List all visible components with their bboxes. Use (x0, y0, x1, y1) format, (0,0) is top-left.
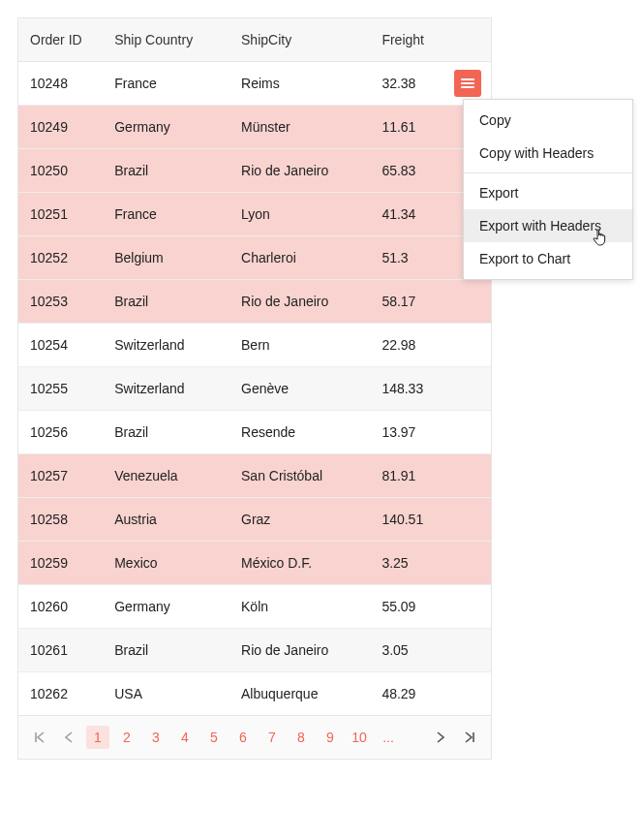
cell-orderId[interactable]: 10253 (18, 280, 103, 324)
cell-city[interactable]: Genève (229, 367, 370, 411)
pager-next-button[interactable] (429, 726, 452, 749)
cell-city[interactable]: Reims (229, 62, 370, 106)
cell-city[interactable]: Charleroi (229, 236, 370, 280)
cell-orderId[interactable]: 10258 (18, 498, 103, 542)
cell-city[interactable]: Albuquerque (229, 672, 370, 716)
menu-item[interactable]: Export (464, 176, 632, 209)
cell-orderId[interactable]: 10259 (18, 542, 103, 585)
menu-item[interactable]: Export with Headers (464, 209, 632, 242)
cell-freight[interactable]: 55.09 (370, 585, 491, 629)
table-row[interactable]: 10255SwitzerlandGenève148.33 (18, 367, 491, 411)
table-row[interactable]: 10248FranceReims32.38 (18, 62, 491, 106)
data-grid: Order ID Ship Country ShipCity Freight 1… (17, 17, 492, 760)
cell-freight[interactable]: 3.05 (370, 629, 491, 672)
cell-freight[interactable]: 58.17 (370, 280, 491, 324)
cell-country[interactable]: Brazil (103, 411, 229, 454)
cell-city[interactable]: Köln (229, 585, 370, 629)
pager-page[interactable]: 10 (348, 726, 371, 749)
cell-freight[interactable]: 140.51 (370, 498, 491, 542)
cell-city[interactable]: Resende (229, 411, 370, 454)
pager-ellipsis[interactable]: ... (377, 730, 400, 745)
cell-orderId[interactable]: 10260 (18, 585, 103, 629)
pager-page[interactable]: 5 (202, 726, 226, 749)
table-row[interactable]: 10262USAAlbuquerque48.29 (18, 672, 491, 716)
table-row[interactable]: 10250BrazilRio de Janeiro65.83 (18, 149, 491, 193)
first-page-icon (34, 731, 46, 743)
cell-country[interactable]: Austria (103, 498, 229, 542)
column-header-ship-country[interactable]: Ship Country (103, 18, 229, 62)
cell-country[interactable]: Belgium (103, 236, 229, 280)
table-row[interactable]: 10260GermanyKöln55.09 (18, 585, 491, 629)
pager-last-button[interactable] (458, 726, 481, 749)
pager-first-button[interactable] (28, 726, 51, 749)
pager-page[interactable]: 2 (115, 726, 138, 749)
table-row[interactable]: 10254SwitzerlandBern22.98 (18, 324, 491, 367)
pager-prev-button[interactable] (57, 726, 80, 749)
cell-country[interactable]: Brazil (103, 280, 229, 324)
cell-orderId[interactable]: 10262 (18, 672, 103, 716)
pager-page[interactable]: 8 (290, 726, 313, 749)
cell-freight[interactable]: 48.29 (370, 672, 491, 716)
cell-city[interactable]: México D.F. (229, 542, 370, 585)
pager-page[interactable]: 1 (86, 726, 109, 749)
hamburger-icon (461, 78, 474, 89)
pager-page[interactable]: 4 (173, 726, 197, 749)
cell-country[interactable]: Switzerland (103, 324, 229, 367)
cell-country[interactable]: Venezuela (103, 454, 229, 498)
cell-country[interactable]: Switzerland (103, 367, 229, 411)
menu-item[interactable]: Copy (464, 104, 632, 137)
table-row[interactable]: 10258AustriaGraz140.51 (18, 498, 491, 542)
cell-country[interactable]: France (103, 193, 229, 236)
cell-orderId[interactable]: 10252 (18, 236, 103, 280)
cell-country[interactable]: Brazil (103, 149, 229, 193)
cell-orderId[interactable]: 10250 (18, 149, 103, 193)
cell-orderId[interactable]: 10255 (18, 367, 103, 411)
table-row[interactable]: 10253BrazilRio de Janeiro58.17 (18, 280, 491, 324)
cell-orderId[interactable]: 10249 (18, 106, 103, 149)
cell-city[interactable]: Lyon (229, 193, 370, 236)
cell-freight[interactable]: 81.91 (370, 454, 491, 498)
pager-page[interactable]: 7 (260, 726, 284, 749)
cell-city[interactable]: San Cristóbal (229, 454, 370, 498)
cell-city[interactable]: Rio de Janeiro (229, 280, 370, 324)
table-row[interactable]: 10257VenezuelaSan Cristóbal81.91 (18, 454, 491, 498)
cell-city[interactable]: Rio de Janeiro (229, 629, 370, 672)
cell-orderId[interactable]: 10251 (18, 193, 103, 236)
table-row[interactable]: 10252BelgiumCharleroi51.3 (18, 236, 491, 280)
cell-freight[interactable]: 148.33 (370, 367, 491, 411)
cell-country[interactable]: France (103, 62, 229, 106)
column-header-order-id[interactable]: Order ID (18, 18, 103, 62)
menu-item[interactable]: Copy with Headers (464, 137, 632, 170)
cell-orderId[interactable]: 10256 (18, 411, 103, 454)
cell-city[interactable]: Rio de Janeiro (229, 149, 370, 193)
table-row[interactable]: 10261BrazilRio de Janeiro3.05 (18, 629, 491, 672)
cell-country[interactable]: Brazil (103, 629, 229, 672)
cell-country[interactable]: Germany (103, 585, 229, 629)
row-menu-button[interactable] (454, 70, 481, 97)
cell-orderId[interactable]: 10257 (18, 454, 103, 498)
cell-country[interactable]: Mexico (103, 542, 229, 585)
table-row[interactable]: 10256BrazilResende13.97 (18, 411, 491, 454)
cell-city[interactable]: Graz (229, 498, 370, 542)
cell-freight[interactable]: 13.97 (370, 411, 491, 454)
cell-freight[interactable]: 22.98 (370, 324, 491, 367)
menu-item[interactable]: Export to Chart (464, 242, 632, 275)
cell-orderId[interactable]: 10248 (18, 62, 103, 106)
cell-city[interactable]: Bern (229, 324, 370, 367)
cell-city[interactable]: Münster (229, 106, 370, 149)
pager-page[interactable]: 3 (144, 726, 168, 749)
column-header-ship-city[interactable]: ShipCity (229, 18, 370, 62)
pager: 12345678910 ... (18, 715, 491, 759)
cell-orderId[interactable]: 10261 (18, 629, 103, 672)
pager-page[interactable]: 6 (231, 726, 255, 749)
column-header-freight[interactable]: Freight (370, 18, 491, 62)
table-row[interactable]: 10249GermanyMünster11.61 (18, 106, 491, 149)
cell-freight[interactable]: 3.25 (370, 542, 491, 585)
pager-page[interactable]: 9 (319, 726, 342, 749)
table-row[interactable]: 10251FranceLyon41.34 (18, 193, 491, 236)
cell-country[interactable]: Germany (103, 106, 229, 149)
cell-orderId[interactable]: 10254 (18, 324, 103, 367)
chevron-right-icon (436, 731, 445, 743)
table-row[interactable]: 10259MexicoMéxico D.F.3.25 (18, 542, 491, 585)
cell-country[interactable]: USA (103, 672, 229, 716)
